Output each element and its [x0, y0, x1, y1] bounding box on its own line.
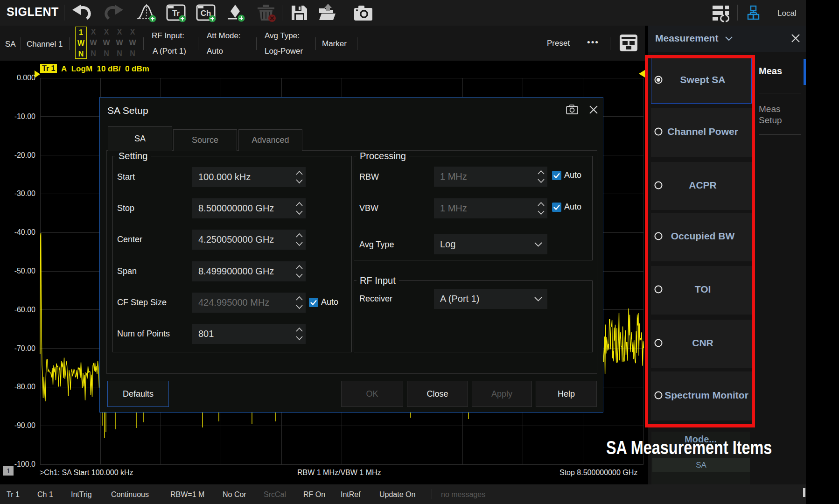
svg-text:Tr: Tr	[172, 9, 180, 18]
svg-text:Ch: Ch	[201, 9, 211, 18]
